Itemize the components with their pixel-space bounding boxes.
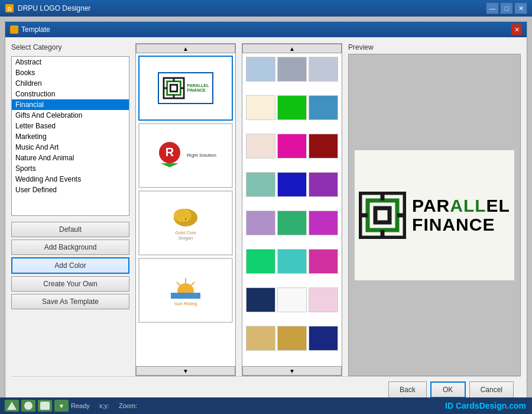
color-swatch-18[interactable] <box>246 287 275 312</box>
main-window: Template ✕ Select Category AbstractBooks… <box>5 21 527 409</box>
dialog-icon <box>10 25 18 34</box>
color-swatch-0[interactable] <box>246 57 275 82</box>
template-item-2[interactable]: R Right Solution <box>138 123 233 188</box>
dialog-row: Select Category AbstractBooksChildrenCon… <box>11 43 521 376</box>
color-swatch-15[interactable] <box>246 249 275 274</box>
category-list[interactable]: AbstractBooksChildrenConstructionFinanci… <box>11 56 129 216</box>
color-swatch-21[interactable] <box>246 326 275 351</box>
svg-rect-3 <box>167 82 180 95</box>
color-swatch-7[interactable] <box>277 134 307 159</box>
category-item[interactable]: Marketing <box>12 131 129 142</box>
dialog-title-bar: Template ✕ <box>5 22 527 37</box>
color-swatch-17[interactable] <box>309 249 338 274</box>
dropdown-icon[interactable]: ▼ <box>54 400 69 412</box>
app-icon: D <box>5 4 14 13</box>
color-swatch-22[interactable] <box>277 326 307 351</box>
svg-text:R: R <box>166 145 174 159</box>
svg-rect-20 <box>368 200 397 230</box>
brand-text: ID CardsDesign.com <box>445 401 526 410</box>
svg-line-18 <box>191 282 194 286</box>
app-close-button[interactable]: ✕ <box>514 2 527 14</box>
color-grid <box>242 53 342 366</box>
preview-panel: Preview <box>348 43 521 376</box>
template-panel[interactable]: ▲ <box>135 43 236 376</box>
preview-area: PARALLEL FINANCE <box>348 54 521 376</box>
color-swatch-23[interactable] <box>309 326 338 351</box>
color-swatch-20[interactable] <box>309 287 338 312</box>
minimize-button[interactable]: — <box>486 2 499 14</box>
back-button[interactable]: Back <box>388 381 427 398</box>
color-swatch-1[interactable] <box>277 57 307 82</box>
template-item-3[interactable]: 💰 Gold CoinSlogan <box>138 190 233 255</box>
color-scroll-down[interactable]: ▼ <box>242 366 342 376</box>
logo-text-preview: PARALLEL FINANCE <box>412 196 510 234</box>
color-swatch-16[interactable] <box>277 249 307 274</box>
category-item[interactable]: Sports <box>12 163 129 174</box>
preview-canvas: PARALLEL FINANCE <box>355 150 514 280</box>
color-swatch-12[interactable] <box>246 211 275 235</box>
logo-text-line2: FINANCE <box>412 215 495 234</box>
status-icon-3 <box>38 400 52 412</box>
category-item[interactable]: Abstract <box>12 57 129 67</box>
template-list[interactable]: PARALLELFINANCE R Right Solution <box>136 53 235 366</box>
category-item[interactable]: Financial <box>12 99 129 110</box>
svg-marker-26 <box>7 402 17 410</box>
save-as-template-button[interactable]: Save As Template <box>11 294 129 309</box>
color-scroll-up[interactable]: ▲ <box>242 44 342 53</box>
status-bar: ▼ Ready x;y: Zoom: ID CardsDesign.com <box>0 397 532 414</box>
category-item[interactable]: Books <box>12 67 129 78</box>
add-background-button[interactable]: Add Background <box>11 240 129 255</box>
dialog-close-button[interactable]: ✕ <box>511 24 522 35</box>
template-item-4[interactable]: Sun Rising <box>138 258 233 323</box>
app-title-bar: D DRPU LOGO Designer — □ ✕ <box>0 0 532 17</box>
color-swatch-2[interactable] <box>309 57 338 82</box>
status-icon-1 <box>5 400 19 412</box>
action-buttons: Default Add Background Add Color Create … <box>11 222 129 309</box>
color-swatch-13[interactable] <box>277 211 307 235</box>
category-item[interactable]: Construction <box>12 89 129 99</box>
color-swatch-14[interactable] <box>309 211 338 235</box>
color-panel: ▲ ▼ <box>242 43 342 376</box>
maximize-button[interactable]: □ <box>500 2 513 14</box>
preview-label: Preview <box>348 43 521 51</box>
add-color-button[interactable]: Add Color <box>11 257 129 274</box>
color-swatch-5[interactable] <box>309 95 338 120</box>
dialog-title: Template <box>21 25 511 34</box>
create-your-own-button[interactable]: Create Your Own <box>11 276 129 292</box>
category-item[interactable]: Letter Based <box>12 121 129 131</box>
category-item[interactable]: User Defined <box>12 185 129 195</box>
status-ready: Ready <box>71 402 90 409</box>
svg-rect-4 <box>170 85 177 91</box>
svg-text:💰: 💰 <box>183 215 189 221</box>
scroll-up-button[interactable]: ▲ <box>136 44 235 53</box>
category-item[interactable]: Children <box>12 78 129 89</box>
status-icon-2 <box>21 400 35 412</box>
color-swatch-4[interactable] <box>277 95 307 120</box>
title-bar-buttons: — □ ✕ <box>486 2 527 14</box>
left-panel: Select Category AbstractBooksChildrenCon… <box>11 43 129 376</box>
category-item[interactable]: Music And Art <box>12 142 129 153</box>
svg-point-27 <box>24 402 33 410</box>
svg-line-17 <box>177 282 180 286</box>
color-swatch-11[interactable] <box>309 172 338 197</box>
color-swatch-6[interactable] <box>246 134 275 159</box>
ok-button[interactable]: OK <box>430 381 466 398</box>
dialog-body: Select Category AbstractBooksChildrenCon… <box>5 37 527 409</box>
category-item[interactable]: Wedding And Events <box>12 174 129 185</box>
default-button[interactable]: Default <box>11 222 129 237</box>
status-coords: x;y: <box>99 402 109 409</box>
category-item[interactable]: Nature And Animal <box>12 153 129 163</box>
template-item-1[interactable]: PARALLELFINANCE <box>138 56 233 121</box>
scroll-down-button[interactable]: ▼ <box>136 366 235 376</box>
color-swatch-8[interactable] <box>309 134 338 159</box>
color-swatch-19[interactable] <box>277 287 307 312</box>
color-swatch-3[interactable] <box>246 95 275 120</box>
logo-text-line1: PARALLEL <box>412 196 510 215</box>
logo-icon-preview <box>359 192 406 239</box>
status-zoom: Zoom: <box>119 402 137 409</box>
cancel-button[interactable]: Cancel <box>469 381 514 398</box>
color-swatch-10[interactable] <box>277 172 307 197</box>
svg-text:D: D <box>8 6 12 12</box>
category-item[interactable]: Gifts And Celebration <box>12 110 129 121</box>
color-swatch-9[interactable] <box>246 172 275 197</box>
